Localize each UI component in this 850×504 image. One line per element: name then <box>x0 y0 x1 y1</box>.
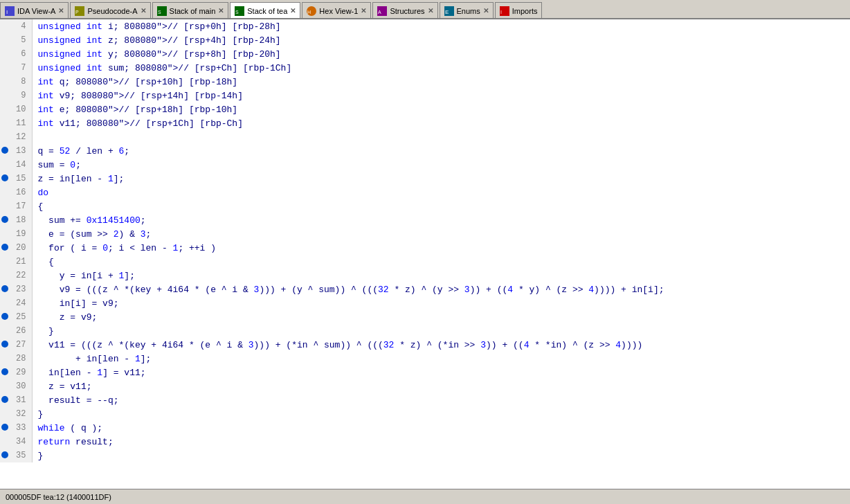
breakpoint-col[interactable] <box>0 116 10 130</box>
breakpoint-col[interactable] <box>0 199 10 213</box>
svg-text:I: I <box>500 10 502 15</box>
breakpoint-col[interactable] <box>0 393 10 407</box>
code-line: { <box>32 199 850 213</box>
line-number: 16 <box>10 186 32 199</box>
svg-text:I: I <box>6 9 8 15</box>
imports-icon: I <box>500 6 509 16</box>
breakpoint-col[interactable] <box>0 449 10 462</box>
code-line: return result; <box>32 435 850 449</box>
tab-close-hex-view-1[interactable]: ✕ <box>361 7 366 15</box>
tab-close-ida-view-a[interactable]: ✕ <box>58 7 64 15</box>
code-row-33: 33while ( q ); <box>0 421 850 435</box>
breakpoint-col[interactable] <box>0 379 10 393</box>
code-row-20: 20 for ( i = 0; i < len - 1; ++i ) <box>0 241 850 255</box>
breakpoint-col[interactable] <box>0 324 10 338</box>
code-row-16: 16do <box>0 186 850 199</box>
tab-label-structures: Structures <box>390 7 424 15</box>
tab-ida-view-a[interactable]: I IDA View-A ✕ <box>0 2 69 19</box>
line-number: 29 <box>10 366 32 379</box>
code-line: in[len - 1] = v11; <box>32 366 850 379</box>
breakpoint-col[interactable] <box>0 75 10 89</box>
code-row-4: 4unsigned int i; 808080">// [rsp+0h] [rb… <box>0 19 850 33</box>
code-line: unsigned int i; 808080">// [rsp+0h] [rbp… <box>32 19 850 33</box>
status-bar: 000005DF tea:12 (1400011DF) <box>0 489 850 504</box>
line-number: 6 <box>10 47 32 61</box>
breakpoint-col[interactable] <box>0 338 10 352</box>
code-line: v9 = (((z ^ *(key + 4i64 * (e ^ i & 3)))… <box>32 282 850 296</box>
code-line: q = 52 / len + 6; <box>32 144 850 158</box>
breakpoint-col[interactable] <box>0 241 10 255</box>
tab-imports[interactable]: I Imports <box>495 2 543 19</box>
tab-close-structures[interactable]: ✕ <box>428 7 433 15</box>
breakpoint-col[interactable] <box>0 352 10 366</box>
svg-text:A: A <box>378 10 381 15</box>
tab-close-enums[interactable]: ✕ <box>483 7 489 15</box>
code-row-35: 35} <box>0 449 850 462</box>
tab-pseudocode-a[interactable]: P Pseudocode-A ✕ <box>70 2 150 19</box>
tab-enums[interactable]: E Enums ✕ <box>440 2 494 19</box>
svg-text:P: P <box>75 10 79 15</box>
tab-label-enums: Enums <box>457 7 480 15</box>
code-row-14: 14sum = 0; <box>0 158 850 172</box>
breakpoint-col[interactable] <box>0 366 10 379</box>
code-row-18: 18 sum += 0x11451400; <box>0 213 850 227</box>
hex-icon: H <box>307 6 316 16</box>
line-number: 26 <box>10 324 32 338</box>
tab-hex-view-1[interactable]: H Hex View-1 ✕ <box>302 2 371 19</box>
breakpoint-col[interactable] <box>0 186 10 199</box>
code-row-11: 11int v11; 808080">// [rsp+1Ch] [rbp-Ch] <box>0 116 850 130</box>
breakpoint-col[interactable] <box>0 19 10 33</box>
code-line: for ( i = 0; i < len - 1; ++i ) <box>32 241 850 255</box>
breakpoint-col[interactable] <box>0 282 10 296</box>
tab-stack-main[interactable]: S Stack of main ✕ <box>152 2 229 19</box>
breakpoint-col[interactable] <box>0 296 10 310</box>
code-row-29: 29 in[len - 1] = v11; <box>0 366 850 379</box>
code-row-22: 22 y = in[i + 1]; <box>0 269 850 282</box>
line-number: 24 <box>10 296 32 310</box>
tab-close-stack-tea[interactable]: ✕ <box>290 7 296 15</box>
code-row-19: 19 e = (sum >> 2) & 3; <box>0 227 850 241</box>
breakpoint-col[interactable] <box>0 213 10 227</box>
breakpoint-col[interactable] <box>0 89 10 102</box>
breakpoint-col[interactable] <box>0 421 10 435</box>
breakpoint-col[interactable] <box>0 130 10 144</box>
line-number: 8 <box>10 75 32 89</box>
breakpoint-col[interactable] <box>0 158 10 172</box>
code-line: int q; 808080">// [rsp+10h] [rbp-18h] <box>32 75 850 89</box>
breakpoint-dot <box>1 216 8 223</box>
code-line <box>32 130 850 144</box>
code-row-17: 17{ <box>0 199 850 213</box>
breakpoint-dot <box>1 451 8 458</box>
code-line: + in[len - 1]; <box>32 352 850 366</box>
breakpoint-col[interactable] <box>0 172 10 186</box>
breakpoint-col[interactable] <box>0 227 10 241</box>
svg-text:S: S <box>235 10 239 15</box>
line-number: 5 <box>10 33 32 47</box>
breakpoint-col[interactable] <box>0 144 10 158</box>
breakpoint-dot <box>1 341 8 348</box>
code-row-34: 34return result; <box>0 435 850 449</box>
tab-close-stack-main[interactable]: ✕ <box>218 7 224 15</box>
code-line: unsigned int z; 808080">// [rsp+4h] [rbp… <box>32 33 850 47</box>
breakpoint-col[interactable] <box>0 61 10 75</box>
breakpoint-col[interactable] <box>0 255 10 269</box>
breakpoint-col[interactable] <box>0 102 10 116</box>
code-row-12: 12 <box>0 130 850 144</box>
breakpoint-col[interactable] <box>0 47 10 61</box>
code-area[interactable]: 4unsigned int i; 808080">// [rsp+0h] [rb… <box>0 19 850 489</box>
breakpoint-col[interactable] <box>0 407 10 421</box>
line-number: 13 <box>10 144 32 158</box>
breakpoint-col[interactable] <box>0 269 10 282</box>
breakpoint-col[interactable] <box>0 310 10 324</box>
tab-label-hex-view-1: Hex View-1 <box>319 7 358 15</box>
tab-bar: I IDA View-A ✕ P Pseudocode-A ✕ S Stack … <box>0 0 850 19</box>
tab-stack-tea[interactable]: S Stack of tea ✕ <box>230 2 300 19</box>
tab-structures[interactable]: A Structures ✕ <box>372 2 437 19</box>
breakpoint-col[interactable] <box>0 33 10 47</box>
code-line: { <box>32 255 850 269</box>
struct-icon: A <box>377 6 387 16</box>
breakpoint-col[interactable] <box>0 435 10 449</box>
tab-close-pseudocode-a[interactable]: ✕ <box>141 7 146 15</box>
code-line: z = v11; <box>32 379 850 393</box>
stack-icon: S <box>235 6 244 16</box>
